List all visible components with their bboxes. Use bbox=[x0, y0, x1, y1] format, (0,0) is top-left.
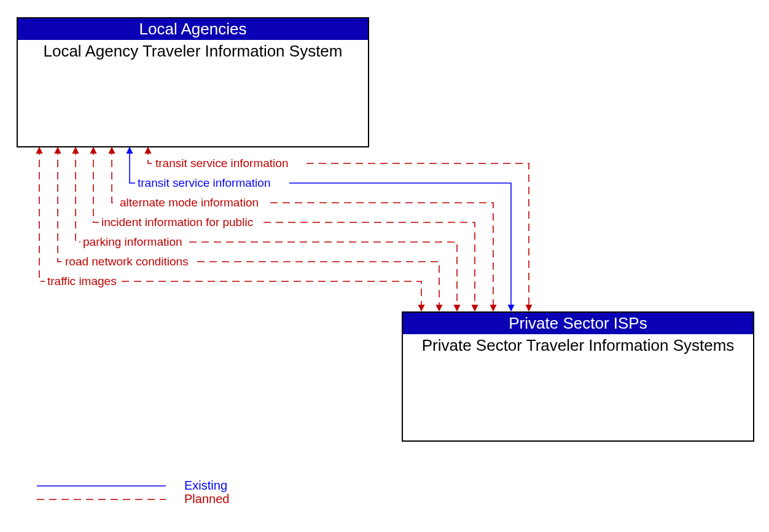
flow-label: alternate mode information bbox=[120, 196, 259, 209]
flow-label: incident information for public bbox=[101, 216, 253, 229]
diagram-canvas: Local Agencies Local Agency Traveler Inf… bbox=[0, 0, 769, 532]
flow-label: transit service information bbox=[138, 176, 270, 190]
flow-label: parking information bbox=[83, 235, 182, 249]
legend-label-existing: Existing bbox=[184, 479, 227, 493]
legend-swatch-existing bbox=[37, 485, 166, 487]
legend-label-planned: Planned bbox=[184, 492, 229, 506]
flow-label: transit service information bbox=[155, 157, 288, 170]
legend-swatch-planned bbox=[37, 499, 166, 500]
flow-label: road network conditions bbox=[65, 255, 189, 268]
flow-label: traffic images bbox=[47, 275, 117, 288]
